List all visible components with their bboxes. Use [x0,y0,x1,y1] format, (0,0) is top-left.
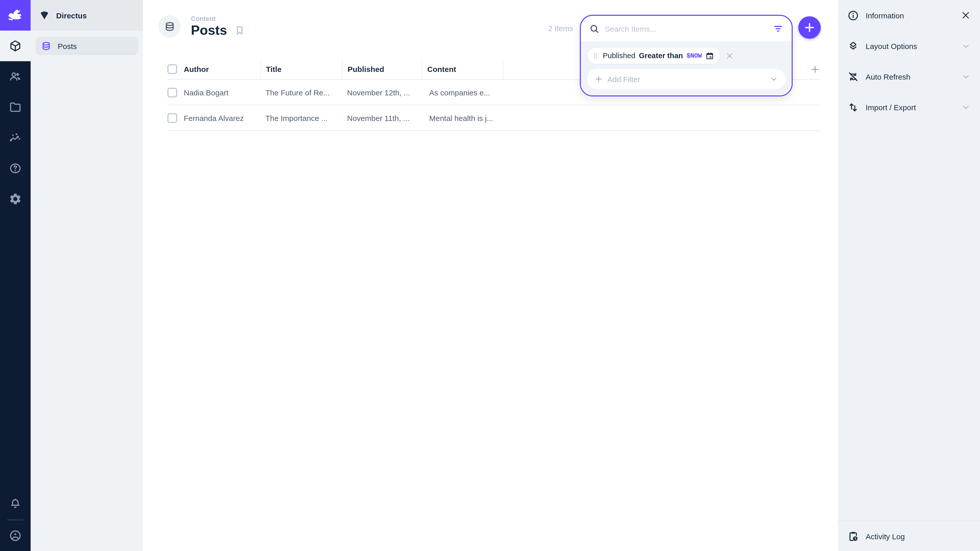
module-bar [0,0,30,551]
info-icon [847,10,859,21]
calendar-icon [705,51,714,60]
right-sidebar: Information Layout Options Auto Refresh [838,0,980,551]
nav-item-label: Posts [58,41,77,50]
module-users[interactable] [0,61,30,92]
user-avatar[interactable] [0,520,30,551]
drag-handle-icon [592,52,599,59]
page-title: Posts [191,23,227,38]
filter-field: Published [603,52,635,60]
row-checkbox[interactable] [167,113,177,123]
cell-content: Mental health is j... [422,114,503,122]
filter-chip[interactable]: Published Greater than $NOW [587,47,721,64]
chevron-down-icon [769,75,778,84]
chevron-down-icon [961,41,971,51]
folder-icon [9,100,22,114]
cell-author: Fernanda Alvarez [184,114,260,122]
sidebar-item-label: Layout Options [865,41,917,50]
sidebar-item-label: Activity Log [865,532,905,540]
sidebar-item-auto-refresh[interactable]: Auto Refresh [838,61,980,92]
nav-sidebar: Directus Posts [30,0,143,551]
gear-icon [9,192,22,206]
sidebar-spacer [838,122,980,520]
add-column-button[interactable] [810,64,821,75]
directus-logo[interactable] [0,0,30,30]
column-header-title[interactable]: Title [260,59,342,79]
sidebar-item-import-export[interactable]: Import / Export [838,92,980,122]
project-switcher[interactable]: Directus [30,0,143,30]
row-checkbox[interactable] [167,87,177,97]
clipboard-clock-icon [847,530,859,542]
add-filter-label: Add Filter [608,75,640,83]
project-fan-icon [39,10,50,21]
filter-area: Published Greater than $NOW [581,41,792,95]
search-icon [589,23,600,34]
search-filter-panel: Published Greater than $NOW [580,15,793,97]
search-row [581,16,792,41]
sidebar-item-label: Auto Refresh [865,72,910,81]
plus-icon [810,64,821,75]
module-content[interactable] [0,30,30,61]
help-icon [9,162,22,175]
filter-icon [773,23,783,34]
module-settings[interactable] [0,184,30,214]
filter-operator[interactable]: Greater than [639,52,682,60]
plus-icon [594,75,603,84]
cell-published: November 11th, ... [342,114,422,122]
close-icon [725,51,734,60]
cell-title: The Future of Re... [260,88,342,97]
module-insights[interactable] [0,122,30,153]
swap-vert-icon [847,101,859,113]
layers-icon [847,40,859,52]
add-filter-button[interactable]: Add Filter [587,69,786,89]
module-bar-spacer [0,214,30,489]
bell-icon [9,497,22,511]
cell-content: As companies e... [422,88,503,97]
database-icon [41,41,52,51]
filter-toggle-button[interactable] [773,23,783,34]
sync-disabled-icon [847,71,859,83]
project-name: Directus [56,11,87,20]
sidebar-item-layout-options[interactable]: Layout Options [838,30,980,61]
app: Directus Posts Content Posts [0,0,980,551]
main-content: Content Posts 2 Items [143,0,838,551]
box-icon [9,39,22,52]
chevron-down-icon [961,102,971,112]
database-icon [164,21,175,32]
remove-filter-button[interactable] [725,51,734,60]
notifications-button[interactable] [0,489,30,519]
search-input[interactable] [605,24,768,33]
nav-collections: Posts [30,30,143,61]
create-item-button[interactable] [798,16,821,39]
insights-icon [9,131,22,144]
close-sidebar-button[interactable] [961,10,971,21]
sidebar-item-label: Information [865,11,904,20]
chevron-down-icon [961,72,971,81]
column-header-content[interactable]: Content [422,59,503,79]
title-block: Content Posts [191,15,245,38]
bookmark-button[interactable] [234,25,245,36]
table-row[interactable]: Fernanda Alvarez The Importance ... Nove… [167,106,821,131]
page-header: Content Posts [158,15,245,38]
account-circle-icon [9,529,22,542]
column-header-published[interactable]: Published [342,59,422,79]
cell-author: Nadia Bogart [184,88,260,97]
sidebar-item-information[interactable]: Information [838,0,980,30]
select-all-checkbox[interactable] [167,64,177,74]
collection-icon-button[interactable] [158,15,181,38]
module-files[interactable] [0,92,30,122]
people-icon [9,70,22,83]
cell-title: The Importance ... [260,114,342,122]
bookmark-icon [234,25,245,36]
cell-published: November 12th, ... [342,88,422,97]
module-docs[interactable] [0,153,30,184]
items-count: 2 Items [548,24,573,33]
sidebar-item-label: Import / Export [865,103,916,111]
nav-item-posts[interactable]: Posts [36,37,138,55]
rabbit-icon [6,6,24,24]
breadcrumb[interactable]: Content [191,15,245,22]
plus-icon [803,21,816,34]
column-header-author[interactable]: Author [184,59,260,79]
sidebar-item-activity-log[interactable]: Activity Log [838,520,980,551]
close-icon [961,10,971,21]
filter-value[interactable]: $NOW [687,52,702,59]
